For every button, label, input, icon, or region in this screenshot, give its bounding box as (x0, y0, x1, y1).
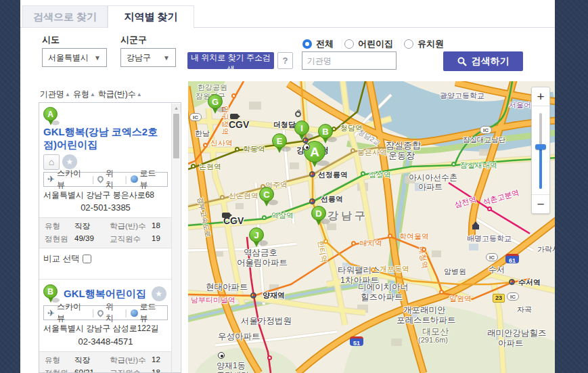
list-item[interactable]: A GKL행복(강남 코엑스2호점)어린이집 ⌂ ★ ✈스카이뷰 | 위치 | … (39, 104, 172, 267)
map-marker-e[interactable]: E (272, 133, 287, 156)
map-label: 일원역 (449, 294, 472, 304)
sort-by-class-count[interactable]: 학급(반)수▲ (98, 89, 142, 100)
map-label: 더청담 (273, 120, 296, 130)
favorite-star-icon[interactable]: ★ (152, 286, 166, 301)
map-label: 서울어 (509, 100, 531, 110)
sigungu-value: 강남구 (127, 52, 151, 64)
roadview-button[interactable]: 로드뷰 (131, 168, 164, 191)
sort-by-name[interactable]: 기관명▲ (40, 89, 70, 100)
subway-station-icon (323, 239, 328, 244)
subway-station-icon (262, 215, 267, 220)
map-label: 학여울역 (399, 232, 429, 242)
map-label: 현대아파트 (206, 282, 248, 293)
sido-select[interactable]: 서울특별시▼ (42, 48, 107, 67)
transfer-station-icon (250, 292, 256, 299)
sigungu-label: 시군구 (120, 34, 147, 46)
scrollbar-thumb[interactable] (173, 114, 179, 158)
government-office-icon (218, 352, 225, 359)
sigungu-select[interactable]: 강남구▼ (120, 48, 176, 67)
list-scrollbar[interactable]: ▲ (171, 104, 180, 373)
zoom-in-button[interactable]: + (532, 87, 549, 106)
road-shield: 23 (493, 294, 505, 303)
map-label: 논현역 (199, 162, 221, 172)
marker-a-icon: A (43, 107, 58, 126)
item-stats: 유형직장 학급(반)수18 정현원49/39 교직원수19 (39, 217, 172, 248)
compare-label: 비교 선택 (43, 253, 79, 265)
map-label: 신논현역 (229, 191, 258, 201)
map-label: ▲ (429, 314, 435, 321)
radio-kindergarten-label[interactable]: 유치원 (417, 38, 444, 50)
list-item[interactable]: B GKL행복어린이집 ★ ✈스카이뷰 | 위치 | 로드뷰 서울특별시 강남구… (39, 282, 172, 373)
transfer-station-icon (509, 279, 515, 285)
scroll-up-icon[interactable]: ▲ (172, 104, 181, 112)
zoom-slider-fill (539, 147, 542, 189)
subway-station-icon (267, 355, 272, 360)
government-office-icon (303, 144, 310, 150)
item-title[interactable]: GKL행복어린이집 (64, 288, 146, 301)
search-button-label: 검색하기 (472, 56, 510, 68)
road-shield: 61 (505, 254, 519, 263)
help-button[interactable]: ? (277, 52, 293, 69)
sido-value: 서울특별시 (48, 52, 89, 64)
cinema-camera-icon (230, 114, 238, 119)
marker-b-icon: B (43, 284, 58, 303)
subway-station-icon (422, 247, 426, 252)
map-marker-c[interactable]: C (259, 187, 274, 210)
search-button[interactable]: 검색하기 (443, 51, 523, 71)
tab-region[interactable]: 지역별 찾기 (108, 5, 194, 28)
my-location-button[interactable]: 내 위치로 찾기 주소검색 (187, 52, 274, 69)
roadview-icon (131, 309, 138, 317)
item-phone: 02-501-3385 (43, 202, 168, 213)
sort-header-row: 기관명▲ 유형▲ 학급(반)수▲ (39, 86, 181, 102)
map-marker-g[interactable]: G (208, 94, 223, 117)
subway-station-icon (451, 162, 456, 167)
transfer-station-icon (309, 198, 315, 204)
map-label: 역삼역 (271, 211, 294, 221)
location-button[interactable]: 위치 (97, 301, 121, 324)
item-title[interactable]: GKL행복(강남 코엑스2호점)어린이집 (43, 126, 168, 152)
location-pin-icon (96, 175, 105, 183)
radio-daycare[interactable] (344, 39, 354, 49)
location-button[interactable]: 위치 (97, 168, 121, 191)
subway-station-icon (231, 93, 236, 98)
map-marker-j[interactable]: J (249, 227, 264, 250)
item-address: 서울특별시 강남구 봉은사로68 (43, 190, 168, 201)
app-window: 검색으로 찾기 지역별 찾기 시도 서울특별시▼ 시군구 강남구▼ 내 위치로 … (0, 0, 588, 373)
map-marker-i[interactable]: I (294, 120, 309, 144)
skyview-button[interactable]: ✈스카이뷰 (47, 301, 89, 324)
subway-station-icon (203, 143, 208, 148)
radio-kindergarten[interactable] (404, 39, 413, 49)
sort-by-type[interactable]: 유형▲ (73, 89, 95, 100)
subway-station-icon (439, 290, 444, 294)
subway-station-icon (351, 241, 356, 246)
compare-checkbox[interactable] (83, 255, 91, 263)
radio-daycare-label[interactable]: 어린이집 (358, 38, 393, 50)
map-label: 암병원 (444, 267, 466, 277)
airplane-icon: ✈ (47, 308, 55, 318)
map-label: 봉은사역 (357, 148, 387, 158)
transfer-station-icon (309, 171, 315, 177)
zoom-out-button[interactable]: − (532, 194, 549, 213)
map-marker-b[interactable]: B (318, 124, 333, 147)
item-address: 서울특별시 강남구 삼성로122길 (43, 324, 168, 334)
skyview-button[interactable]: ✈스카이뷰 (47, 168, 89, 191)
map-canvas[interactable]: 한강공원잠원지구광양고등학교서울어한남압구정역신사역CGV더청담청담역청담2교강… (188, 81, 555, 373)
landmark-ring-icon (295, 111, 301, 117)
tab-search[interactable]: 검색으로 찾기 (22, 5, 108, 28)
map-marker-d[interactable]: D (311, 206, 326, 229)
radio-all-label[interactable]: 전체 (316, 38, 334, 50)
map-label: 경부고속도로 (195, 196, 212, 238)
sort-arrow-icon: ▲ (90, 91, 95, 97)
cinema-camera-icon (222, 213, 230, 218)
zoom-slider-handle[interactable] (535, 144, 546, 150)
subway-station-icon (235, 147, 240, 152)
roadview-button[interactable]: 로드뷰 (131, 301, 164, 324)
org-name-input[interactable] (302, 51, 397, 70)
result-list: A GKL행복(강남 코엑스2호점)어린이집 ⌂ ★ ✈스카이뷰 | 위치 | … (39, 102, 181, 373)
airplane-icon: ✈ (47, 174, 55, 184)
radio-all[interactable] (302, 39, 312, 49)
sort-arrow-icon: ▲ (65, 91, 70, 97)
map-label: 양재역 (263, 290, 285, 301)
sort-arrow-icon: ▲ (137, 91, 142, 97)
type-radio-group: 전체 어린이집 유치원 (302, 38, 451, 50)
